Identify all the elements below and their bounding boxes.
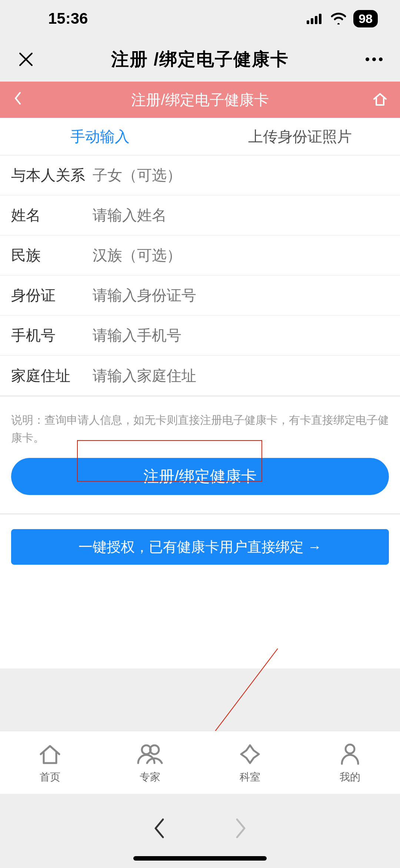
plus-diamond-icon: [239, 741, 261, 767]
page-title: 注册 /绑定电子健康卡: [111, 47, 289, 71]
nav-expert-label: 专家: [140, 770, 160, 784]
label-idcard: 身份证: [11, 285, 93, 306]
sys-forward[interactable]: [233, 816, 248, 846]
home-indicator[interactable]: [133, 856, 267, 861]
close-button[interactable]: [15, 47, 37, 72]
svg-rect-0: [307, 20, 309, 24]
tab-upload[interactable]: 上传身份证照片: [200, 118, 400, 155]
app-header: 注册/绑定电子健康卡: [0, 82, 400, 118]
row-idcard: 身份证: [0, 275, 400, 316]
input-address[interactable]: [93, 367, 389, 384]
home-button[interactable]: [372, 91, 387, 109]
people-icon: [136, 741, 164, 767]
input-ethnic[interactable]: [93, 247, 389, 264]
status-time: 15:36: [48, 10, 88, 27]
top-nav: 注册 /绑定电子健康卡: [0, 37, 400, 82]
form: 与本人关系 姓名 民族 身份证 手机号 家庭住址: [0, 155, 400, 396]
label-phone: 手机号: [11, 325, 93, 346]
row-address: 家庭住址: [0, 356, 400, 396]
label-address: 家庭住址: [11, 366, 93, 386]
nav-mine[interactable]: 我的: [300, 731, 400, 794]
tab-upload-label: 上传身份证照片: [248, 126, 352, 147]
input-idcard[interactable]: [93, 287, 389, 304]
input-name[interactable]: [93, 207, 389, 224]
nav-dept-label: 科室: [240, 770, 260, 784]
nav-mine-label: 我的: [340, 770, 360, 784]
section-auth: 一键授权，已有健康卡用户直接绑定 →: [0, 514, 400, 669]
row-phone: 手机号: [0, 316, 400, 356]
input-phone[interactable]: [93, 327, 389, 344]
input-relation[interactable]: [93, 167, 389, 184]
annotation-box: [77, 440, 262, 482]
svg-rect-2: [315, 16, 317, 24]
row-name: 姓名: [0, 195, 400, 235]
bottom-nav: 首页 专家 科室: [0, 731, 400, 794]
nav-dept[interactable]: 科室: [200, 731, 300, 794]
tab-manual[interactable]: 手动输入: [0, 118, 200, 155]
auth-button-label: 一键授权，已有健康卡用户直接绑定 →: [79, 538, 322, 557]
wifi-icon: [330, 13, 347, 24]
back-button[interactable]: [13, 90, 28, 109]
sys-back[interactable]: [152, 816, 167, 846]
row-ethnic[interactable]: 民族: [0, 235, 400, 275]
home-icon: [38, 741, 62, 767]
more-button[interactable]: [363, 57, 385, 61]
label-ethnic: 民族: [11, 245, 93, 265]
svg-rect-3: [319, 14, 321, 24]
system-nav: [0, 794, 400, 868]
tabs: 手动输入 上传身份证照片: [0, 118, 400, 155]
label-relation: 与本人关系: [11, 165, 93, 185]
label-name: 姓名: [11, 205, 93, 225]
battery-badge: 98: [353, 10, 378, 27]
svg-rect-1: [311, 18, 313, 24]
tab-manual-label: 手动输入: [70, 126, 130, 147]
row-relation[interactable]: 与本人关系: [0, 155, 400, 195]
signal-icon: [307, 13, 324, 24]
auth-button[interactable]: 一键授权，已有健康卡用户直接绑定 →: [11, 529, 389, 565]
app-header-title: 注册/绑定电子健康卡: [131, 90, 269, 110]
status-bar: 15:36 98: [0, 0, 400, 37]
svg-point-7: [346, 745, 354, 753]
status-indicators: 98: [307, 10, 378, 27]
nav-expert[interactable]: 专家: [100, 731, 200, 794]
nav-home-label: 首页: [40, 770, 60, 784]
person-icon: [340, 741, 360, 767]
nav-home[interactable]: 首页: [0, 731, 100, 794]
